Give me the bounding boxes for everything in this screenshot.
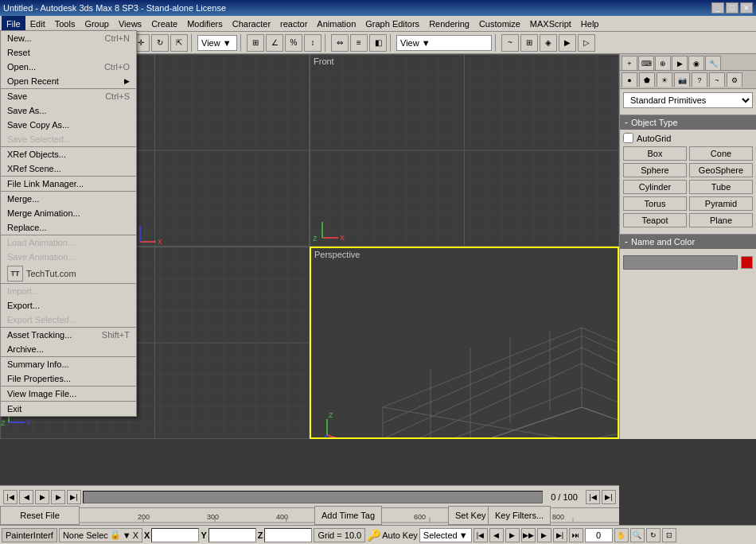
- scale-button[interactable]: ⇱: [170, 34, 188, 52]
- menu-save-copy-as[interactable]: Save Copy As...: [1, 118, 136, 132]
- menu-modifiers[interactable]: Modifiers: [182, 16, 228, 31]
- menu-merge[interactable]: Merge...: [1, 192, 136, 206]
- timeline-go-start[interactable]: |◀: [586, 490, 600, 504]
- menu-customize[interactable]: Customize: [474, 16, 525, 31]
- sphere-button[interactable]: Sphere: [623, 163, 687, 177]
- snap-button[interactable]: ⊞: [247, 34, 264, 52]
- viewport-front[interactable]: Front Z X: [310, 54, 619, 247]
- render-scene-button[interactable]: ▷: [578, 34, 595, 52]
- menu-open-recent[interactable]: Open Recent ▶: [1, 74, 136, 88]
- cameras-subtab[interactable]: 📷: [674, 72, 690, 87]
- menu-maxscript[interactable]: MAXScript: [525, 16, 576, 31]
- menu-tools[interactable]: Tools: [50, 16, 80, 31]
- category-dropdown[interactable]: Standard Primitives: [623, 92, 753, 108]
- menu-reactor[interactable]: reactor: [275, 16, 312, 31]
- frame-input[interactable]: [585, 528, 613, 542]
- reset-file-button[interactable]: Reset File: [0, 506, 80, 525]
- menu-rendering[interactable]: Rendering: [424, 16, 474, 31]
- menu-import[interactable]: Import...: [1, 284, 136, 298]
- viewport-zoom[interactable]: 🔍: [630, 528, 645, 542]
- menu-file-properties[interactable]: File Properties...: [1, 371, 136, 386]
- anim-play[interactable]: ▶: [505, 528, 520, 542]
- anim-prev-key[interactable]: |◀: [473, 528, 488, 542]
- systems-subtab[interactable]: ⚙: [727, 72, 742, 87]
- tube-button[interactable]: Tube: [689, 180, 753, 194]
- menu-xref-objects[interactable]: XRef Objects...: [1, 147, 136, 161]
- angle-snap-button[interactable]: ∠: [266, 34, 283, 52]
- align-button[interactable]: ≡: [350, 34, 368, 52]
- object-name-input[interactable]: [623, 255, 738, 270]
- menu-archive[interactable]: Archive...: [1, 342, 136, 356]
- timeline-next-key[interactable]: ▶|: [67, 490, 81, 504]
- name-color-header[interactable]: - Name and Color: [620, 234, 756, 249]
- anim-prev-frame[interactable]: ◀: [489, 528, 504, 542]
- display-tab[interactable]: ◉: [688, 56, 704, 70]
- menu-save[interactable]: Save Ctrl+S: [1, 89, 136, 103]
- menu-exit[interactable]: Exit: [1, 402, 136, 416]
- layer-button[interactable]: ◧: [369, 34, 387, 52]
- menu-views[interactable]: Views: [114, 16, 146, 31]
- set-key-button[interactable]: Set Key: [448, 506, 493, 525]
- spinner-snap-button[interactable]: ↕: [304, 34, 321, 52]
- pyramid-button[interactable]: Pyramid: [689, 196, 753, 211]
- y-input[interactable]: [208, 528, 256, 542]
- modify-tab[interactable]: ⌨: [638, 56, 654, 70]
- plane-button[interactable]: Plane: [689, 213, 753, 227]
- menu-file[interactable]: File: [2, 16, 25, 31]
- teapot-button[interactable]: Teapot: [623, 213, 687, 227]
- lights-subtab[interactable]: ☀: [657, 72, 672, 87]
- viewport-maximize[interactable]: ⊡: [662, 528, 676, 542]
- cone-button[interactable]: Cone: [689, 146, 753, 161]
- menu-summary-info[interactable]: Summary Info...: [1, 357, 136, 371]
- minimize-button[interactable]: _: [711, 2, 724, 14]
- menu-create[interactable]: Create: [146, 16, 182, 31]
- object-type-header[interactable]: - Object Type: [620, 115, 756, 130]
- timeline-track[interactable]: [83, 491, 543, 503]
- selected-dropdown[interactable]: Selected ▼: [419, 528, 472, 542]
- menu-xref-scene[interactable]: XRef Scene...: [1, 161, 136, 176]
- menu-new[interactable]: New... Ctrl+N: [1, 31, 136, 45]
- schematic-button[interactable]: ⊞: [520, 34, 538, 52]
- menu-save-as[interactable]: Save As...: [1, 103, 136, 118]
- torus-button[interactable]: Torus: [623, 196, 687, 211]
- menu-graph-editors[interactable]: Graph Editors: [360, 16, 424, 31]
- rotate-button[interactable]: ↻: [151, 34, 169, 52]
- x-input[interactable]: [151, 528, 199, 542]
- geometry-subtab[interactable]: ●: [622, 72, 637, 87]
- menu-export[interactable]: Export...: [1, 298, 136, 313]
- menu-animation[interactable]: Animation: [312, 16, 360, 31]
- curve-editor-button[interactable]: ~: [501, 34, 519, 52]
- geosphere-button[interactable]: GeoSphere: [689, 163, 753, 177]
- hierarchy-tab[interactable]: ⊕: [655, 56, 671, 70]
- add-time-tag-button[interactable]: Add Time Tag: [314, 506, 382, 525]
- anim-play-all[interactable]: ▶▶: [521, 528, 536, 542]
- percent-snap-button[interactable]: %: [285, 34, 302, 52]
- render-preset-dropdown[interactable]: View ▼: [396, 35, 492, 51]
- material-editor-button[interactable]: ◈: [540, 34, 557, 52]
- shapes-subtab[interactable]: ⬟: [639, 72, 655, 87]
- helpers-subtab[interactable]: ?: [692, 72, 707, 87]
- timeline-play[interactable]: ▶: [35, 490, 49, 504]
- menu-replace[interactable]: Replace...: [1, 220, 136, 235]
- ui-label[interactable]: PainterInterf: [2, 528, 57, 542]
- menu-group[interactable]: Group: [80, 16, 114, 31]
- box-button[interactable]: Box: [623, 146, 687, 161]
- autogrid-checkbox[interactable]: [623, 133, 633, 143]
- menu-help[interactable]: Help: [576, 16, 604, 31]
- motion-tab[interactable]: ▶: [672, 56, 688, 70]
- create-tab[interactable]: +: [622, 56, 637, 70]
- menu-open[interactable]: Open... Ctrl+O: [1, 60, 136, 74]
- menu-view-image[interactable]: View Image File...: [1, 387, 136, 401]
- timeline-prev-frame[interactable]: ◀: [19, 490, 33, 504]
- menu-merge-animation[interactable]: Merge Animation...: [1, 206, 136, 220]
- spacewarps-subtab[interactable]: ~: [709, 72, 725, 87]
- menu-edit[interactable]: Edit: [25, 16, 50, 31]
- reference-dropdown[interactable]: View ▼: [197, 35, 237, 51]
- anim-end[interactable]: ⏭: [569, 528, 583, 542]
- close-button[interactable]: ✕: [740, 2, 753, 14]
- z-input[interactable]: [264, 528, 312, 542]
- cylinder-button[interactable]: Cylinder: [623, 180, 687, 194]
- utilities-tab[interactable]: 🔧: [705, 56, 721, 70]
- anim-next-key[interactable]: ▶|: [553, 528, 567, 542]
- filter-dropdown-arrow[interactable]: ▼: [123, 530, 131, 540]
